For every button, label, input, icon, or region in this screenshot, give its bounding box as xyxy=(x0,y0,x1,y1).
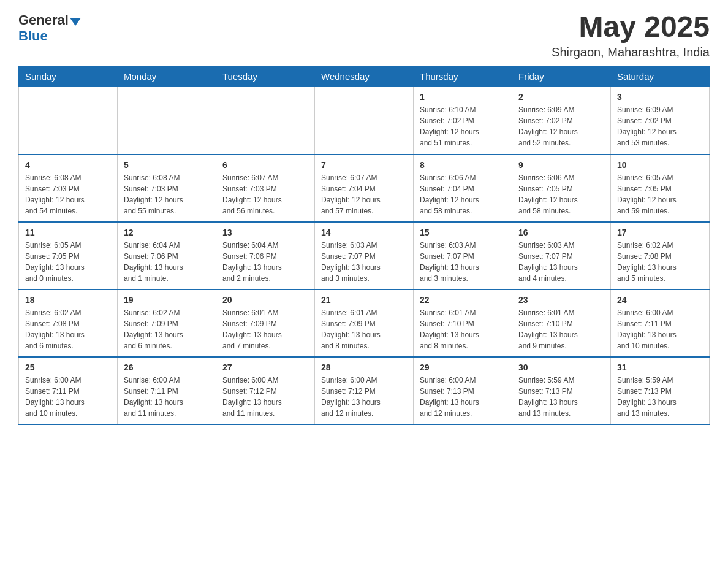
day-info: Sunrise: 6:07 AM Sunset: 7:04 PM Dayligh… xyxy=(321,172,407,216)
calendar-cell: 14Sunrise: 6:03 AM Sunset: 7:07 PM Dayli… xyxy=(315,222,414,289)
calendar-table: SundayMondayTuesdayWednesdayThursdayFrid… xyxy=(18,66,710,425)
calendar-cell: 4Sunrise: 6:08 AM Sunset: 7:03 PM Daylig… xyxy=(19,155,118,222)
day-number: 15 xyxy=(420,228,506,237)
day-info: Sunrise: 6:10 AM Sunset: 7:02 PM Dayligh… xyxy=(420,104,506,148)
calendar-cell xyxy=(315,87,414,155)
day-number: 9 xyxy=(518,160,604,170)
day-number: 12 xyxy=(124,228,210,237)
day-number: 19 xyxy=(124,295,210,305)
day-info: Sunrise: 6:00 AM Sunset: 7:12 PM Dayligh… xyxy=(321,375,407,419)
day-number: 27 xyxy=(222,362,308,372)
day-number: 7 xyxy=(321,160,407,170)
day-info: Sunrise: 6:03 AM Sunset: 7:07 PM Dayligh… xyxy=(420,240,506,284)
calendar-cell: 12Sunrise: 6:04 AM Sunset: 7:06 PM Dayli… xyxy=(118,222,216,289)
day-info: Sunrise: 5:59 AM Sunset: 7:13 PM Dayligh… xyxy=(518,375,604,419)
calendar-cell: 28Sunrise: 6:00 AM Sunset: 7:12 PM Dayli… xyxy=(315,357,414,424)
day-info: Sunrise: 6:00 AM Sunset: 7:11 PM Dayligh… xyxy=(617,307,703,351)
location-title: Shirgaon, Maharashtra, India xyxy=(552,45,710,59)
day-info: Sunrise: 6:03 AM Sunset: 7:07 PM Dayligh… xyxy=(518,240,604,284)
logo-blue-text: Blue xyxy=(18,28,48,44)
calendar-cell: 17Sunrise: 6:02 AM Sunset: 7:08 PM Dayli… xyxy=(611,222,710,289)
month-title: May 2025 xyxy=(552,12,710,42)
day-number: 3 xyxy=(617,92,703,102)
day-number: 2 xyxy=(518,92,604,102)
calendar-cell: 24Sunrise: 6:00 AM Sunset: 7:11 PM Dayli… xyxy=(611,289,710,357)
day-number: 17 xyxy=(617,228,703,237)
calendar-week-row: 18Sunrise: 6:02 AM Sunset: 7:08 PM Dayli… xyxy=(19,289,710,357)
day-info: Sunrise: 6:09 AM Sunset: 7:02 PM Dayligh… xyxy=(617,104,703,148)
calendar-week-row: 25Sunrise: 6:00 AM Sunset: 7:11 PM Dayli… xyxy=(19,357,710,424)
calendar-cell: 21Sunrise: 6:01 AM Sunset: 7:09 PM Dayli… xyxy=(315,289,414,357)
weekday-header-row: SundayMondayTuesdayWednesdayThursdayFrid… xyxy=(19,66,710,87)
calendar-week-row: 4Sunrise: 6:08 AM Sunset: 7:03 PM Daylig… xyxy=(19,155,710,222)
day-number: 23 xyxy=(518,295,604,305)
day-number: 5 xyxy=(124,160,210,170)
day-number: 20 xyxy=(222,295,308,305)
calendar-cell: 15Sunrise: 6:03 AM Sunset: 7:07 PM Dayli… xyxy=(414,222,512,289)
day-number: 8 xyxy=(420,160,506,170)
day-info: Sunrise: 5:59 AM Sunset: 7:13 PM Dayligh… xyxy=(617,375,703,419)
weekday-header-friday: Friday xyxy=(512,66,611,87)
calendar-cell: 18Sunrise: 6:02 AM Sunset: 7:08 PM Dayli… xyxy=(19,289,118,357)
calendar-cell: 23Sunrise: 6:01 AM Sunset: 7:10 PM Dayli… xyxy=(512,289,611,357)
day-number: 31 xyxy=(617,362,703,372)
title-section: May 2025 Shirgaon, Maharashtra, India xyxy=(552,12,710,59)
calendar-cell: 1Sunrise: 6:10 AM Sunset: 7:02 PM Daylig… xyxy=(414,87,512,155)
day-number: 4 xyxy=(25,160,111,170)
calendar-cell: 3Sunrise: 6:09 AM Sunset: 7:02 PM Daylig… xyxy=(611,87,710,155)
calendar-cell: 29Sunrise: 6:00 AM Sunset: 7:13 PM Dayli… xyxy=(414,357,512,424)
day-info: Sunrise: 6:00 AM Sunset: 7:11 PM Dayligh… xyxy=(25,375,111,419)
day-info: Sunrise: 6:08 AM Sunset: 7:03 PM Dayligh… xyxy=(25,172,111,216)
day-info: Sunrise: 6:07 AM Sunset: 7:03 PM Dayligh… xyxy=(222,172,308,216)
calendar-cell: 8Sunrise: 6:06 AM Sunset: 7:04 PM Daylig… xyxy=(414,155,512,222)
calendar-cell: 31Sunrise: 5:59 AM Sunset: 7:13 PM Dayli… xyxy=(611,357,710,424)
day-info: Sunrise: 6:09 AM Sunset: 7:02 PM Dayligh… xyxy=(518,104,604,148)
day-info: Sunrise: 6:02 AM Sunset: 7:09 PM Dayligh… xyxy=(124,307,210,351)
calendar-cell: 20Sunrise: 6:01 AM Sunset: 7:09 PM Dayli… xyxy=(216,289,315,357)
calendar-cell: 5Sunrise: 6:08 AM Sunset: 7:03 PM Daylig… xyxy=(118,155,216,222)
day-info: Sunrise: 6:05 AM Sunset: 7:05 PM Dayligh… xyxy=(25,240,111,284)
calendar-cell xyxy=(118,87,216,155)
day-number: 22 xyxy=(420,295,506,305)
weekday-header-monday: Monday xyxy=(118,66,216,87)
day-number: 30 xyxy=(518,362,604,372)
day-number: 28 xyxy=(321,362,407,372)
day-info: Sunrise: 6:05 AM Sunset: 7:05 PM Dayligh… xyxy=(617,172,703,216)
day-info: Sunrise: 6:00 AM Sunset: 7:12 PM Dayligh… xyxy=(222,375,308,419)
day-number: 6 xyxy=(222,160,308,170)
day-info: Sunrise: 6:06 AM Sunset: 7:04 PM Dayligh… xyxy=(420,172,506,216)
day-number: 25 xyxy=(25,362,111,372)
calendar-cell: 13Sunrise: 6:04 AM Sunset: 7:06 PM Dayli… xyxy=(216,222,315,289)
calendar-cell: 22Sunrise: 6:01 AM Sunset: 7:10 PM Dayli… xyxy=(414,289,512,357)
day-info: Sunrise: 6:01 AM Sunset: 7:10 PM Dayligh… xyxy=(420,307,506,351)
day-info: Sunrise: 6:04 AM Sunset: 7:06 PM Dayligh… xyxy=(124,240,210,284)
calendar-cell xyxy=(216,87,315,155)
calendar-cell: 10Sunrise: 6:05 AM Sunset: 7:05 PM Dayli… xyxy=(611,155,710,222)
weekday-header-saturday: Saturday xyxy=(611,66,710,87)
calendar-week-row: 11Sunrise: 6:05 AM Sunset: 7:05 PM Dayli… xyxy=(19,222,710,289)
day-info: Sunrise: 6:03 AM Sunset: 7:07 PM Dayligh… xyxy=(321,240,407,284)
calendar-cell: 7Sunrise: 6:07 AM Sunset: 7:04 PM Daylig… xyxy=(315,155,414,222)
day-info: Sunrise: 6:00 AM Sunset: 7:13 PM Dayligh… xyxy=(420,375,506,419)
weekday-header-tuesday: Tuesday xyxy=(216,66,315,87)
calendar-cell: 2Sunrise: 6:09 AM Sunset: 7:02 PM Daylig… xyxy=(512,87,611,155)
day-info: Sunrise: 6:04 AM Sunset: 7:06 PM Dayligh… xyxy=(222,240,308,284)
calendar-cell xyxy=(19,87,118,155)
logo: General Blue xyxy=(18,12,81,44)
day-number: 21 xyxy=(321,295,407,305)
day-info: Sunrise: 6:00 AM Sunset: 7:11 PM Dayligh… xyxy=(124,375,210,419)
day-number: 10 xyxy=(617,160,703,170)
day-number: 13 xyxy=(222,228,308,237)
day-info: Sunrise: 6:08 AM Sunset: 7:03 PM Dayligh… xyxy=(124,172,210,216)
logo-triangle-icon xyxy=(70,18,81,26)
day-info: Sunrise: 6:06 AM Sunset: 7:05 PM Dayligh… xyxy=(518,172,604,216)
day-number: 26 xyxy=(124,362,210,372)
logo-general-text: General xyxy=(18,12,69,28)
day-number: 14 xyxy=(321,228,407,237)
day-number: 16 xyxy=(518,228,604,237)
day-info: Sunrise: 6:02 AM Sunset: 7:08 PM Dayligh… xyxy=(617,240,703,284)
day-number: 29 xyxy=(420,362,506,372)
calendar-cell: 27Sunrise: 6:00 AM Sunset: 7:12 PM Dayli… xyxy=(216,357,315,424)
calendar-cell: 9Sunrise: 6:06 AM Sunset: 7:05 PM Daylig… xyxy=(512,155,611,222)
calendar-cell: 11Sunrise: 6:05 AM Sunset: 7:05 PM Dayli… xyxy=(19,222,118,289)
